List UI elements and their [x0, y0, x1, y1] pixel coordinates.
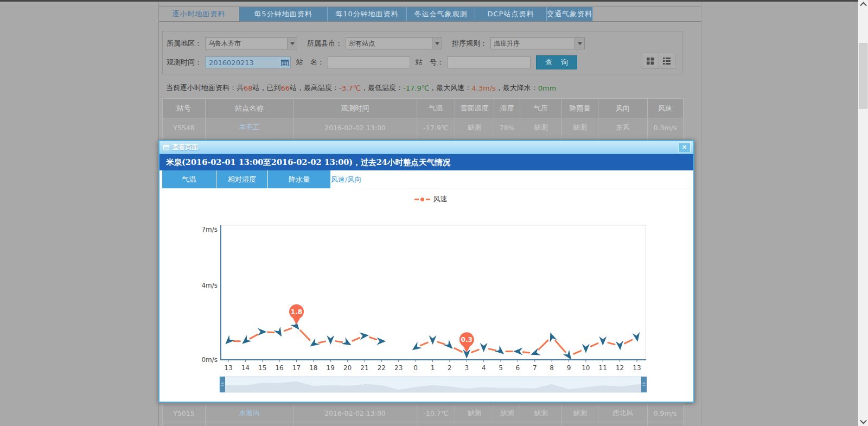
- summary-text: ，最低温度：: [361, 83, 403, 93]
- sort-select[interactable]: 温度升序: [490, 37, 585, 49]
- wind-direction-arrow[interactable]: [495, 345, 507, 357]
- modal-tab[interactable]: 气温: [162, 170, 216, 188]
- wind-direction-arrow[interactable]: [258, 328, 267, 336]
- cell-obs-time: 2016-02-02 13:00: [293, 404, 417, 422]
- cell-snow-temp: 缺测: [455, 118, 494, 137]
- x-axis-tick-label: 10: [582, 364, 590, 372]
- close-icon[interactable]: ×: [678, 143, 691, 153]
- x-axis-tick-label: 11: [599, 364, 607, 372]
- wind-direction-arrow[interactable]: [410, 342, 422, 353]
- modal-tab[interactable]: 风速/风向: [331, 170, 361, 188]
- obs-time-input[interactable]: 2016020213: [205, 56, 291, 68]
- datazoom-grip-dots: [354, 384, 355, 385]
- wind-speed-line-segment: [539, 340, 548, 349]
- table-header-cell: 气温: [417, 99, 455, 118]
- page-tab[interactable]: 冬运会气象观测: [407, 7, 475, 21]
- wind-speed-line-segment: [574, 351, 581, 354]
- wind-direction-arrow[interactable]: [376, 338, 386, 345]
- list-view-icon[interactable]: [659, 53, 675, 68]
- summary-text: 站，最高温度：: [290, 83, 339, 93]
- page-tab[interactable]: 交通气象资料: [547, 7, 593, 21]
- wind-direction-arrow[interactable]: [341, 338, 353, 349]
- table-row[interactable]: Y5548 羊毛工 2016-02-02 13:00 -17.9℃ 缺测 78%…: [163, 118, 683, 137]
- region-label: 所属地区：: [167, 39, 202, 48]
- scroll-down-button[interactable]: [858, 417, 868, 426]
- grid-view-icon[interactable]: [642, 53, 659, 68]
- query-button[interactable]: 查 询: [536, 55, 577, 69]
- wind-direction-arrow[interactable]: [444, 340, 456, 352]
- wind-direction-arrow[interactable]: [359, 332, 369, 340]
- datazoom-right-handle[interactable]: [641, 377, 647, 392]
- x-axis-tick-label: 12: [616, 364, 624, 372]
- datazoom-left-handle[interactable]: [220, 377, 225, 392]
- page-tab[interactable]: 每5分钟地面资料: [239, 7, 328, 21]
- page-tab-label: 冬运会气象观测: [414, 9, 468, 19]
- page-tab[interactable]: 逐小时地面资料: [159, 7, 239, 21]
- cell-wind-speed: 0.3m/s: [648, 118, 682, 137]
- table-header-cell: 风向: [598, 99, 648, 118]
- x-axis-tick-label: 20: [343, 364, 352, 372]
- wind-speed-line-segment: [625, 340, 632, 344]
- modal-title-bar[interactable]: 查看页面: [159, 141, 693, 154]
- modal-header-text: 米泉(2016-02-01 13:00至2016-02-02 13:00)，过去…: [159, 157, 450, 168]
- y-axis-tick-label: 7m/s: [201, 226, 218, 233]
- modal-tab[interactable]: 降水量: [268, 170, 330, 188]
- scrollbar-thumb[interactable]: [859, 43, 867, 109]
- calendar-icon[interactable]: [281, 59, 289, 66]
- modal-tab[interactable]: 相对湿度: [216, 170, 267, 188]
- wind-speed-line-segment: [250, 334, 258, 339]
- chevron-down-icon[interactable]: [575, 38, 584, 49]
- wind-direction-arrow[interactable]: [480, 343, 488, 352]
- chevron-down-icon[interactable]: [287, 38, 297, 49]
- station-name-input[interactable]: [328, 56, 410, 68]
- station-name-link[interactable]: 羊毛工: [206, 118, 293, 137]
- wind-direction-arrow[interactable]: [513, 348, 522, 355]
- cell-humidity: 78%: [494, 118, 520, 137]
- wind-direction-arrow[interactable]: [429, 335, 437, 345]
- page-tab[interactable]: DCP站点资料: [475, 7, 547, 21]
- page-tab[interactable]: 每10分钟地面资料: [328, 7, 407, 21]
- wind-direction-arrow[interactable]: [633, 332, 642, 342]
- wind-direction-arrow[interactable]: [274, 327, 285, 339]
- wind-direction-arrow[interactable]: [327, 335, 334, 345]
- x-axis-tick-label: 22: [378, 364, 386, 372]
- scroll-up-button[interactable]: [858, 0, 868, 9]
- wind-direction-arrow[interactable]: [240, 335, 252, 347]
- x-axis-tick-label: 5: [499, 364, 503, 372]
- table-body-bottom: Y5015 水磨沟 2016-02-02 13:00 -10.7℃ 缺测 缺测 …: [163, 404, 683, 422]
- x-axis-tick-label: 13: [633, 364, 641, 372]
- table-header-cell: 站点名称: [206, 99, 293, 118]
- page-tab-label: 每10分钟地面资料: [335, 9, 399, 19]
- wind-speed-line-segment: [523, 352, 529, 353]
- modal-tab-label: 气温: [182, 175, 196, 185]
- cell-snow-temp: 缺测: [455, 404, 494, 422]
- county-select[interactable]: 所有站点: [346, 37, 442, 49]
- table-row[interactable]: Y5015 水磨沟 2016-02-02 13:00 -10.7℃ 缺测 缺测 …: [163, 404, 683, 422]
- county-select-value: 所有站点: [346, 39, 432, 48]
- data-label-value: 1.8: [291, 308, 302, 316]
- chart-legend[interactable]: 风速: [398, 195, 463, 204]
- wind-speed-line-segment: [591, 344, 598, 347]
- wind-direction-arrow[interactable]: [582, 344, 590, 353]
- x-axis-tick-label: 15: [258, 364, 266, 372]
- window-icon: [163, 145, 169, 150]
- modal-title: 查看页面: [172, 143, 198, 152]
- summary-line: 当前逐小时地面资料：共68站，已到66站，最高温度：-3.7℃，最低温度：-17…: [166, 82, 556, 93]
- cell-humidity: 缺测: [494, 404, 520, 422]
- wind-direction-arrow[interactable]: [222, 335, 234, 347]
- x-axis-tick-label: 8: [550, 364, 554, 372]
- wind-direction-arrow[interactable]: [616, 341, 624, 351]
- chevron-down-icon[interactable]: [432, 38, 442, 49]
- wind-speed-line-segment: [420, 342, 427, 346]
- filter-panel: 所属地区： 乌鲁木齐市 所属县市： 所有站点 排序规则： 温度升序 观测时间： …: [162, 31, 682, 74]
- wind-direction-arrow[interactable]: [599, 336, 607, 346]
- station-name-link[interactable]: 水磨沟: [206, 404, 293, 422]
- region-select[interactable]: 乌鲁木齐市: [205, 37, 297, 49]
- legend-line-icon: [426, 199, 430, 200]
- vertical-scrollbar[interactable]: [858, 0, 868, 426]
- region-select-value: 乌鲁木齐市: [206, 39, 287, 48]
- station-id-input[interactable]: [447, 56, 531, 68]
- cell-station-id: Y5015: [163, 404, 206, 422]
- station-id-label: 站 号：: [416, 58, 444, 67]
- page-tab-bar: 逐小时地面资料 每5分钟地面资料 每10分钟地面资料 冬运会气象观测 DCP站点…: [159, 7, 701, 22]
